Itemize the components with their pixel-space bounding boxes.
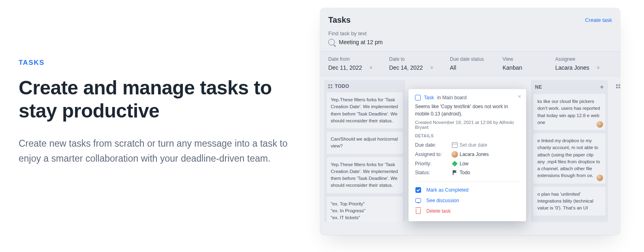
details-header: DETAILS [415,134,520,138]
search-icon [328,39,335,45]
chat-icon [415,198,421,203]
avatar-icon [597,121,603,128]
priority-icon [452,161,458,167]
row-status[interactable]: Status: Todo [415,168,520,177]
search-label: Find task by text [328,30,612,36]
row-assigned-to[interactable]: Assigned to: Lacara Jones [415,149,520,159]
filter-date-to[interactable]: Date to Dec 14, 2022× [381,51,442,76]
task-description: Seems like 'Copy text/link' does not wor… [415,103,520,117]
column-todo: TODO Yep.These filters forks for 'Task C… [324,80,405,222]
drag-handle-icon[interactable] [328,84,332,88]
task-card[interactable]: ks like our cloud file pickers don't wor… [533,94,605,130]
task-card[interactable]: o plan has 'unlimited' integrations bili… [533,187,605,216]
close-icon[interactable]: × [518,93,521,100]
avatar-icon [451,151,458,158]
clear-icon[interactable]: × [430,64,433,71]
search-input[interactable]: Meeting at 12 pm [328,39,612,45]
task-card[interactable]: Can/Should we adjust horizornal view? [327,132,403,154]
column-done: NE + ks like our cloud file pickers don'… [531,80,608,222]
task-checkbox[interactable] [415,95,421,100]
column-extra: E [612,80,620,222]
trash-icon [416,209,421,214]
board-name: in Main board [437,95,467,100]
task-created-meta: Created November 18, 2021 at 12:06 by Al… [415,120,520,130]
calendar-icon [452,142,458,148]
popup-actions: Mark as Completed See discussion Delete … [415,181,520,216]
task-detail-popup: × Task in Main board Seems like 'Copy te… [409,89,526,221]
task-card[interactable]: Yep.These filters forks for 'Task Creati… [327,92,403,128]
task-link[interactable]: Task [424,95,434,100]
filter-date-from[interactable]: Date from Dec 11, 2022× [320,51,381,76]
clear-icon[interactable]: × [597,64,600,71]
tasks-panel: Tasks Create task Find task by text Meet… [320,8,620,235]
action-mark-completed[interactable]: Mark as Completed [415,185,520,195]
create-task-link[interactable]: Create task [585,17,612,23]
check-icon [415,187,421,193]
filters-bar: Date from Dec 11, 2022× Date to Dec 14, … [320,51,620,76]
task-card[interactable]: Yep.These filters forks for 'Task Creati… [327,157,403,193]
drag-handle-icon[interactable] [616,84,620,88]
column-header[interactable]: E [612,80,620,92]
search-block: Find task by text Meeting at 12 pm [320,29,620,51]
panel-title: Tasks [328,15,351,25]
filter-due-status[interactable]: Due date status All [442,51,494,76]
column-header[interactable]: TODO [324,80,405,92]
column-header[interactable]: NE + [531,80,608,94]
clear-icon[interactable]: × [369,64,372,71]
popup-title-row: Task in Main board [415,95,520,100]
avatar-icon [597,175,603,181]
panel-header: Tasks Create task [320,8,620,29]
row-priority[interactable]: Priority: Low [415,159,520,168]
task-card[interactable]: "ex. Top Priority" "ex. In Progress" "ex… [327,196,403,222]
search-value: Meeting at 12 pm [339,39,383,45]
action-see-discussion[interactable]: See discussion [415,195,520,206]
subheadline: Create new tasks from scratch or turn an… [19,136,294,166]
flag-icon [452,170,457,175]
filter-view[interactable]: View Kanban [494,51,547,76]
marketing-copy: TASKS Create and manage tasks to stay pr… [0,0,320,252]
headline: Create and manage tasks to stay producti… [19,77,312,122]
add-card-icon[interactable]: + [600,83,604,91]
task-card[interactable]: e linked my dropbox to my chanty account… [533,133,605,184]
row-due-date[interactable]: Due date: Set due date [415,141,520,149]
filter-assignee[interactable]: Assignee Lacara Jones× [547,51,612,76]
action-delete-task[interactable]: Delete task [415,206,520,216]
eyebrow: TASKS [19,59,312,67]
